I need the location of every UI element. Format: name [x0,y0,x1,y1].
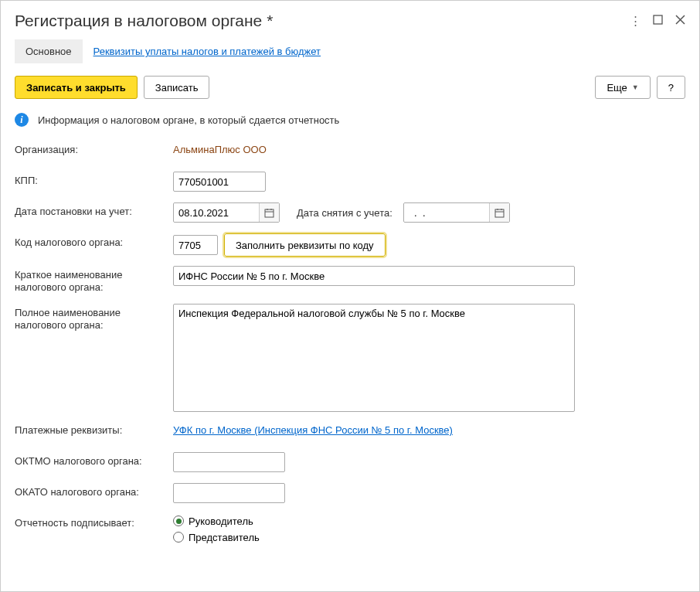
info-icon: i [15,113,29,127]
input-okato[interactable] [173,483,285,503]
input-deregistration-date[interactable] [404,203,489,222]
calendar-icon[interactable] [259,203,279,222]
input-full-name[interactable] [173,304,575,412]
window-title: Регистрация в налоговом органе * [15,12,273,30]
signer-radio-group: Руководитель Представитель [173,514,260,543]
input-short-name[interactable] [173,266,575,286]
input-tax-code[interactable] [173,235,218,255]
help-button[interactable]: ? [657,76,685,99]
info-text: Информация о налоговом органе, в который… [38,114,339,126]
link-payment-details[interactable]: УФК по г. Москве (Инспекция ФНС России №… [173,421,453,436]
label-oktmo: ОКТМО налогового органа: [15,452,173,468]
label-registration-date: Дата постановки на учет: [15,202,173,218]
tab-bar: Основное Реквизиты уплаты налогов и плат… [15,39,685,63]
svg-rect-0 [654,15,662,24]
more-label: Еще [607,82,627,94]
radio-representative-label: Представитель [189,532,260,543]
date-deregistration-wrap [403,202,510,223]
info-banner: i Информация о налоговом органе, в котор… [15,113,685,127]
label-kpp: КПП: [15,172,173,187]
label-okato: ОКАТО налогового органа: [15,483,173,498]
svg-rect-1 [265,209,274,217]
toolbar: Записать и закрыть Записать Еще ▼ ? [15,76,685,99]
more-button[interactable]: Еще ▼ [595,76,650,99]
date-registration-wrap [173,202,280,223]
save-and-close-button[interactable]: Записать и закрыть [15,76,138,99]
close-icon[interactable] [675,15,685,27]
radio-icon [173,532,184,543]
label-tax-code: Код налогового органа: [15,233,173,249]
label-short-name: Краткое наименование налогового органа: [15,266,173,294]
tab-main[interactable]: Основное [15,39,83,63]
radio-icon [173,515,184,526]
radio-head[interactable]: Руководитель [173,515,260,527]
label-full-name: Полное наименование налогового органа: [15,304,173,332]
tab-payment-details[interactable]: Реквизиты уплаты налогов и платежей в бю… [83,39,331,63]
label-payment-details: Платежные реквизиты: [15,421,173,437]
fill-by-code-button[interactable]: Заполнить реквизиты по коду [224,233,386,257]
input-kpp[interactable] [173,172,266,192]
radio-representative[interactable]: Представитель [173,532,260,543]
label-deregistration-date: Дата снятия с учета: [297,207,392,219]
titlebar: Регистрация в налоговом органе * ⋮ [15,12,685,30]
label-signer: Отчетность подписывает: [15,514,173,529]
label-organization: Организация: [15,141,173,156]
radio-head-label: Руководитель [189,515,253,527]
maximize-icon[interactable] [653,15,663,27]
svg-rect-5 [495,209,504,217]
value-organization: АльминаПлюс ООО [173,141,267,155]
input-oktmo[interactable] [173,452,285,472]
chevron-down-icon: ▼ [632,83,639,91]
save-button[interactable]: Записать [144,76,210,99]
calendar-icon[interactable] [489,203,509,222]
input-registration-date[interactable] [174,203,259,222]
